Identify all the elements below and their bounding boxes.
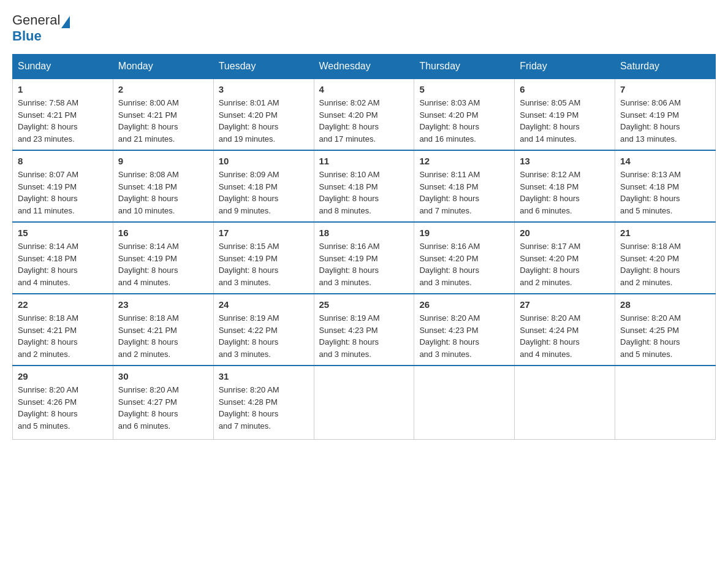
logo: General Blue [12,12,70,44]
day-info: Sunrise: 8:09 AMSunset: 4:18 PMDaylight:… [219,170,279,215]
day-number: 15 [18,228,108,238]
calendar-cell: 19Sunrise: 8:16 AMSunset: 4:20 PMDayligh… [414,222,515,294]
calendar-cell: 3Sunrise: 8:01 AMSunset: 4:20 PMDaylight… [213,79,314,150]
day-info: Sunrise: 8:06 AMSunset: 4:19 PMDaylight:… [620,98,681,144]
day-info: Sunrise: 8:11 AMSunset: 4:18 PMDaylight:… [419,170,480,215]
page-header: General Blue [12,12,716,44]
day-number: 28 [620,299,710,310]
day-info: Sunrise: 8:05 AMSunset: 4:19 PMDaylight:… [520,98,580,144]
day-info: Sunrise: 8:10 AMSunset: 4:18 PMDaylight:… [319,170,380,215]
day-info: Sunrise: 8:20 AMSunset: 4:23 PMDaylight:… [419,313,480,359]
day-number: 24 [219,299,309,310]
calendar-cell: 25Sunrise: 8:19 AMSunset: 4:23 PMDayligh… [314,294,414,366]
day-info: Sunrise: 8:15 AMSunset: 4:19 PMDaylight:… [219,242,279,287]
calendar-cell: 30Sunrise: 8:20 AMSunset: 4:27 PMDayligh… [113,366,213,439]
day-info: Sunrise: 8:20 AMSunset: 4:25 PMDaylight:… [620,313,681,359]
day-number: 31 [219,371,309,381]
weekday-header-thursday: Thursday [414,55,515,79]
day-number: 26 [419,299,509,310]
day-info: Sunrise: 8:20 AMSunset: 4:28 PMDaylight:… [219,385,279,431]
day-info: Sunrise: 8:07 AMSunset: 4:19 PMDaylight:… [18,170,78,215]
day-number: 18 [319,228,409,238]
weekday-header-wednesday: Wednesday [314,55,414,79]
calendar-cell [615,366,716,439]
day-info: Sunrise: 8:00 AMSunset: 4:21 PMDaylight:… [118,98,179,144]
calendar-cell: 18Sunrise: 8:16 AMSunset: 4:19 PMDayligh… [314,222,414,294]
day-info: Sunrise: 8:12 AMSunset: 4:18 PMDaylight:… [520,170,580,215]
calendar-cell: 13Sunrise: 8:12 AMSunset: 4:18 PMDayligh… [515,150,615,222]
day-number: 25 [319,299,409,310]
calendar-cell: 27Sunrise: 8:20 AMSunset: 4:24 PMDayligh… [515,294,615,366]
calendar-table: SundayMondayTuesdayWednesdayThursdayFrid… [12,54,716,440]
day-number: 6 [520,84,610,94]
day-info: Sunrise: 8:14 AMSunset: 4:18 PMDaylight:… [18,242,78,287]
calendar-cell: 21Sunrise: 8:18 AMSunset: 4:20 PMDayligh… [615,222,716,294]
calendar-cell: 15Sunrise: 8:14 AMSunset: 4:18 PMDayligh… [13,222,113,294]
week-row-4: 22Sunrise: 8:18 AMSunset: 4:21 PMDayligh… [13,294,716,366]
day-number: 13 [520,156,610,166]
day-number: 27 [520,299,610,310]
weekday-header-monday: Monday [113,55,213,79]
calendar-cell: 10Sunrise: 8:09 AMSunset: 4:18 PMDayligh… [213,150,314,222]
day-info: Sunrise: 8:14 AMSunset: 4:19 PMDaylight:… [118,242,179,287]
day-number: 23 [118,299,208,310]
calendar-cell: 28Sunrise: 8:20 AMSunset: 4:25 PMDayligh… [615,294,716,366]
day-number: 3 [219,84,309,94]
day-number: 14 [620,156,710,166]
calendar-cell: 17Sunrise: 8:15 AMSunset: 4:19 PMDayligh… [213,222,314,294]
day-number: 29 [18,371,108,381]
day-number: 20 [520,228,610,238]
week-row-1: 1Sunrise: 7:58 AMSunset: 4:21 PMDaylight… [13,79,716,150]
calendar-cell: 22Sunrise: 8:18 AMSunset: 4:21 PMDayligh… [13,294,113,366]
calendar-cell: 16Sunrise: 8:14 AMSunset: 4:19 PMDayligh… [113,222,213,294]
logo-general: General [12,12,60,28]
weekday-header-row: SundayMondayTuesdayWednesdayThursdayFrid… [13,55,716,79]
calendar-cell: 14Sunrise: 8:13 AMSunset: 4:18 PMDayligh… [615,150,716,222]
day-number: 2 [118,84,208,94]
calendar-cell [515,366,615,439]
calendar-cell: 12Sunrise: 8:11 AMSunset: 4:18 PMDayligh… [414,150,515,222]
day-number: 30 [118,371,208,381]
weekday-header-tuesday: Tuesday [213,55,314,79]
day-number: 16 [118,228,208,238]
logo-blue: Blue [12,28,70,44]
day-number: 17 [219,228,309,238]
day-info: Sunrise: 8:01 AMSunset: 4:20 PMDaylight:… [219,98,279,144]
week-row-5: 29Sunrise: 8:20 AMSunset: 4:26 PMDayligh… [13,366,716,439]
calendar-cell: 29Sunrise: 8:20 AMSunset: 4:26 PMDayligh… [13,366,113,439]
weekday-header-sunday: Sunday [13,55,113,79]
day-number: 7 [620,84,710,94]
weekday-header-saturday: Saturday [615,55,716,79]
day-info: Sunrise: 8:03 AMSunset: 4:20 PMDaylight:… [419,98,480,144]
calendar-cell: 2Sunrise: 8:00 AMSunset: 4:21 PMDaylight… [113,79,213,150]
day-info: Sunrise: 8:18 AMSunset: 4:21 PMDaylight:… [18,313,78,359]
day-info: Sunrise: 8:16 AMSunset: 4:20 PMDaylight:… [419,242,480,287]
day-info: Sunrise: 8:17 AMSunset: 4:20 PMDaylight:… [520,242,580,287]
day-number: 1 [18,84,108,94]
day-number: 8 [18,156,108,166]
day-number: 11 [319,156,409,166]
calendar-cell: 24Sunrise: 8:19 AMSunset: 4:22 PMDayligh… [213,294,314,366]
calendar-cell: 11Sunrise: 8:10 AMSunset: 4:18 PMDayligh… [314,150,414,222]
day-info: Sunrise: 8:18 AMSunset: 4:20 PMDaylight:… [620,242,681,287]
day-number: 10 [219,156,309,166]
calendar-cell [414,366,515,439]
day-number: 19 [419,228,509,238]
day-number: 22 [18,299,108,310]
calendar-cell: 7Sunrise: 8:06 AMSunset: 4:19 PMDaylight… [615,79,716,150]
day-number: 12 [419,156,509,166]
calendar-cell: 31Sunrise: 8:20 AMSunset: 4:28 PMDayligh… [213,366,314,439]
day-info: Sunrise: 8:20 AMSunset: 4:24 PMDaylight:… [520,313,580,359]
week-row-2: 8Sunrise: 8:07 AMSunset: 4:19 PMDaylight… [13,150,716,222]
day-info: Sunrise: 8:20 AMSunset: 4:26 PMDaylight:… [18,385,78,431]
day-info: Sunrise: 8:08 AMSunset: 4:18 PMDaylight:… [118,170,179,215]
calendar-cell: 23Sunrise: 8:18 AMSunset: 4:21 PMDayligh… [113,294,213,366]
calendar-cell: 4Sunrise: 8:02 AMSunset: 4:20 PMDaylight… [314,79,414,150]
day-number: 5 [419,84,509,94]
day-number: 9 [118,156,208,166]
day-info: Sunrise: 8:20 AMSunset: 4:27 PMDaylight:… [118,385,179,431]
day-info: Sunrise: 8:19 AMSunset: 4:22 PMDaylight:… [219,313,279,359]
calendar-cell: 5Sunrise: 8:03 AMSunset: 4:20 PMDaylight… [414,79,515,150]
day-info: Sunrise: 8:13 AMSunset: 4:18 PMDaylight:… [620,170,681,215]
day-number: 21 [620,228,710,238]
